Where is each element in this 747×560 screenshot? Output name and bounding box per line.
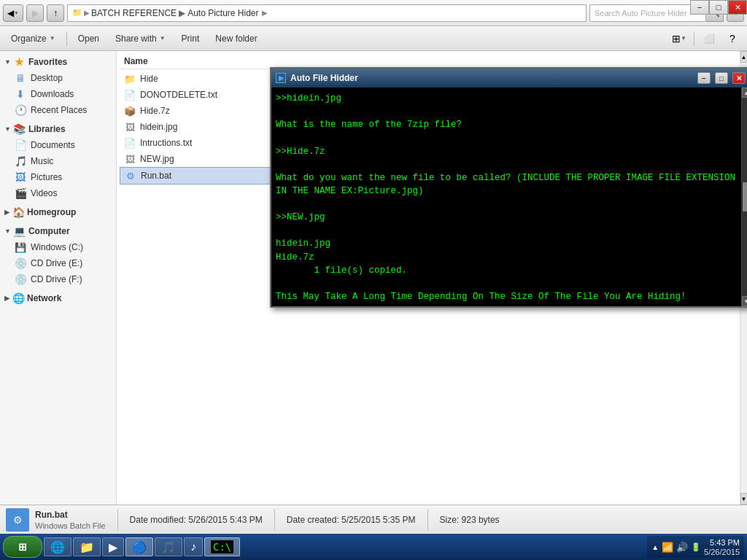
sidebar-item-pictures-label: Pictures: [31, 172, 62, 182]
cmd-scroll-up[interactable]: ▲: [742, 88, 747, 98]
windows-logo: ⊞: [18, 541, 27, 553]
computer-label: Computer: [28, 226, 70, 236]
breadcrumb-item-batch[interactable]: BATCH REFERENCE: [91, 8, 177, 18]
explorer-icon: 📁: [80, 540, 94, 554]
cmd-window: ▶ Auto File Hidder − □ ✕ >>hidein.jpg Wh…: [270, 67, 747, 308]
organize-arrow: ▼: [50, 35, 55, 42]
address-breadcrumb[interactable]: 📁 ▶ BATCH REFERENCE ▶ Auto Picture Hider…: [67, 4, 587, 22]
cd-e-icon: 💿: [15, 257, 26, 269]
open-button[interactable]: Open: [71, 29, 106, 48]
forward-button[interactable]: ▶: [26, 4, 44, 22]
chrome-icon: 🔵: [132, 540, 147, 554]
file-name-donotdelete: DONOTDELETE.txt: [140, 90, 217, 100]
toolbar-divider-1: [66, 31, 67, 46]
sidebar-item-pictures[interactable]: 🖼 Pictures: [0, 169, 116, 185]
back-button[interactable]: ◀ ▼: [3, 4, 23, 22]
txt-icon-2: 📄: [124, 137, 136, 149]
column-name[interactable]: Name: [124, 56, 270, 66]
taskbar-app-chrome[interactable]: 🔵: [125, 537, 153, 556]
tray-date-value: 5/26/2015: [704, 548, 740, 556]
sidebar-header-network[interactable]: ▶ 🌐 Network: [0, 290, 116, 306]
status-bar: ⚙ Run.bat Windows Batch File Date modifi…: [0, 505, 747, 534]
cmd-minimize-button[interactable]: −: [697, 72, 711, 84]
new-folder-button[interactable]: New folder: [209, 29, 263, 48]
cmd-title-bar: ▶ Auto File Hidder − □ ✕: [271, 69, 747, 88]
sidebar-item-cd-e[interactable]: 💿 CD Drive (E:): [0, 255, 116, 271]
sidebar-item-recent[interactable]: 🕐 Recent Places: [0, 102, 116, 118]
bat-icon: ⚙: [125, 170, 136, 182]
cmd-maximize-button[interactable]: □: [715, 72, 728, 84]
favorites-icon: ★: [14, 56, 26, 68]
sidebar-section-favorites: ▼ ★ Favorites 🖥 Desktop ⬇ Downloads 🕐 Re…: [0, 54, 116, 118]
start-button[interactable]: ⊞: [3, 536, 42, 558]
cmd-close-button[interactable]: ✕: [732, 72, 746, 84]
status-filename: Run.bat: [35, 510, 106, 520]
sidebar-item-desktop[interactable]: 🖥 Desktop: [0, 70, 116, 86]
computer-collapse-icon: ▼: [4, 228, 11, 235]
help-button[interactable]: ?: [722, 29, 743, 48]
status-divider-3: [427, 509, 428, 531]
sidebar-item-music-label: Music: [31, 156, 53, 166]
sidebar-header-homegroup[interactable]: ▶ 🏠 Homegroup: [0, 204, 116, 220]
cmd-content-wrap: >>hidein.jpg What is the name of the 7zi…: [271, 88, 747, 306]
print-button[interactable]: Print: [175, 29, 206, 48]
tray-time-value: 5:43 PM: [710, 538, 740, 547]
cmd-output: >>hidein.jpg What is the name of the 7zi…: [276, 92, 737, 302]
preview-pane-button[interactable]: ⬜: [699, 29, 719, 48]
organize-button[interactable]: Organize ▼: [4, 29, 62, 48]
sidebar-item-downloads[interactable]: ⬇ Downloads: [0, 86, 116, 102]
windows-c-icon: 💾: [15, 241, 26, 253]
up-button[interactable]: ↑: [47, 4, 64, 22]
taskbar-app-cmd[interactable]: C:\: [204, 537, 240, 556]
sidebar-item-cd-f-label: CD Drive (F:): [31, 274, 82, 284]
view-button[interactable]: ⊞ ▼: [669, 29, 689, 48]
taskbar-app-explorer[interactable]: 📁: [73, 537, 101, 556]
search-box[interactable]: Search Auto Picture Hider: [589, 4, 706, 22]
toolbar: Organize ▼ Open Share with ▼ Print New f…: [0, 26, 747, 51]
breadcrumb-end-arrow: ▶: [262, 9, 268, 17]
sidebar-item-videos[interactable]: 🎬 Videos: [0, 185, 116, 201]
music2-icon: ♪: [190, 540, 196, 553]
breadcrumb-item-autopicture[interactable]: Auto Picture Hider: [187, 8, 258, 18]
scroll-down-button[interactable]: ▼: [740, 493, 748, 505]
tray-clock[interactable]: 5:43 PM 5/26/2015: [704, 538, 740, 556]
file-name-hideinjpg: hidein.jpg: [140, 122, 177, 132]
close-button[interactable]: ✕: [728, 0, 747, 15]
status-divider-1: [117, 509, 118, 531]
tray-volume-icon[interactable]: 🔊: [676, 542, 688, 553]
taskbar-app-music2[interactable]: ♪: [184, 537, 203, 556]
sidebar-item-music[interactable]: 🎵 Music: [0, 153, 116, 169]
videos-icon: 🎬: [15, 187, 26, 199]
sidebar-item-documents[interactable]: 📄 Documents: [0, 137, 116, 153]
tray-expand-icon[interactable]: ▲: [651, 543, 659, 551]
tray-network-icon[interactable]: 📶: [662, 542, 673, 553]
status-filetype: Windows Batch File: [35, 521, 106, 530]
network-collapse-icon: ▶: [4, 295, 9, 302]
cmd-scrollbar[interactable]: ▲ ▼: [741, 88, 747, 306]
sidebar-header-libraries[interactable]: ▼ 📚 Libraries: [0, 121, 116, 137]
sidebar-item-windows-c-label: Windows (C:): [31, 242, 83, 252]
sidebar-item-videos-label: Videos: [31, 188, 57, 198]
sidebar-header-favorites[interactable]: ▼ ★ Favorites: [0, 54, 116, 70]
share-with-button[interactable]: Share with ▼: [109, 29, 172, 48]
tray-power-icon[interactable]: 🔋: [691, 542, 701, 552]
status-date-created: Date created: 5/25/2015 5:35 PM: [287, 515, 416, 525]
taskbar-app-media[interactable]: ▶: [102, 537, 124, 556]
minimize-button[interactable]: −: [690, 0, 709, 15]
search-placeholder: Search Auto Picture Hider: [595, 9, 687, 18]
favorites-label: Favorites: [28, 57, 67, 67]
sidebar-item-windows-c[interactable]: 💾 Windows (C:): [0, 239, 116, 255]
open-label: Open: [78, 34, 99, 44]
sidebar-item-cd-f[interactable]: 💿 CD Drive (F:): [0, 271, 116, 287]
scroll-up-button[interactable]: ▲: [740, 51, 748, 63]
sidebar-header-computer[interactable]: ▼ 💻 Computer: [0, 223, 116, 239]
cmd-scroll-down[interactable]: ▼: [742, 296, 747, 306]
file-name-intructions: Intructions.txt: [140, 138, 192, 148]
network-label: Network: [27, 293, 61, 303]
maximize-button[interactable]: □: [709, 0, 728, 15]
sidebar-section-libraries: ▼ 📚 Libraries 📄 Documents 🎵 Music 🖼 Pict…: [0, 121, 116, 201]
archive-icon: 📦: [124, 105, 136, 117]
taskbar-app-itunes[interactable]: 🎵: [155, 537, 182, 556]
taskbar-app-ie[interactable]: 🌐: [44, 537, 71, 556]
cmd-body[interactable]: >>hidein.jpg What is the name of the 7zi…: [271, 88, 741, 306]
